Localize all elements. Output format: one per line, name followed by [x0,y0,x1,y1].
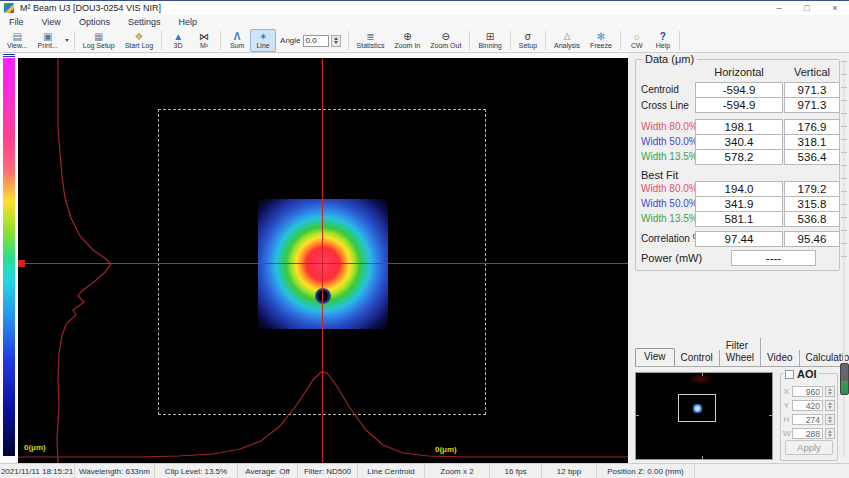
crosshair-handle[interactable] [18,260,25,267]
width-80-h-value: 198.1 [695,119,783,135]
status-bpp: 12 bpp [542,464,597,478]
spin-up-icon[interactable] [334,37,338,40]
question-mark-icon: ? [660,31,666,42]
status-bar: 2021/11/11 18:15:21 Wavelength: 633nm Cl… [0,463,849,478]
zoom-out-button[interactable]: ⊖ Zoom Out [425,30,466,51]
status-line-centroid: Line Centroid [358,464,425,478]
angle-input[interactable]: 0.0 [303,35,329,47]
aoi-h-label: H [783,415,790,424]
spin-down-icon[interactable] [334,41,338,44]
toolbar-separator [469,31,470,50]
tab-video[interactable]: Video [761,350,799,366]
centroid-h-value: -594.9 [695,82,783,98]
correlation-h-value: 97.44 [695,231,783,247]
data-group-box: Data (μm) Horizontal Vertical Centroid -… [635,59,840,271]
horizontal-axis-origin-label: 0(μm) [435,445,457,454]
log-setup-button[interactable]: ▦ Log Setup [78,30,120,51]
zoom-in-button[interactable]: ⊕ Zoom In [390,30,426,51]
3d-button[interactable]: ▲ 3D [165,30,191,51]
centroid-label: Centroid [641,82,679,97]
tab-strip: View Control Filter Wheel Video Calculat… [635,349,845,366]
help-button[interactable]: ? Help [650,30,676,51]
horizontal-profile-curve [18,372,628,457]
status-position-z: Position Z: 0.00 (mm) [597,464,695,478]
angle-spinner[interactable] [331,35,341,47]
status-filler [695,464,849,478]
print-dropdown-icon[interactable] [65,39,69,42]
aoi-checkbox[interactable] [785,370,794,379]
aoi-y-input[interactable]: 420 [792,400,823,411]
aoi-apply-button[interactable]: Apply [785,440,833,455]
status-filter: Filter: ND500 [298,464,358,478]
freeze-button[interactable]: ✻ Freeze [585,30,617,51]
aoi-y-spinner[interactable] [825,400,835,411]
document-icon: ▤ [13,31,22,42]
profile-curves [18,58,628,463]
column-header-horizontal: Horizontal [695,66,783,79]
menu-options[interactable]: Options [70,15,119,29]
status-wavelength: Wavelength: 633nm [75,464,155,478]
best-fit-width-50-h-value: 341.9 [695,196,783,212]
analysis-button[interactable]: ∆ Analysis [549,30,585,51]
angle-label: Angle [280,36,300,45]
aoi-w-input[interactable]: 288 [792,428,823,439]
crosshair-vertical-line[interactable] [322,58,323,463]
best-fit-width-13-label: Width 13.5% [641,211,698,226]
width-50-h-value: 340.4 [695,134,783,150]
best-fit-width-50-label: Width 50.0% [641,196,698,211]
print-button[interactable]: ▣ Print... [33,30,63,51]
status-clip-level: Clip Level: 13.5% [155,464,238,478]
m2-button[interactable]: ⋈ M² [191,30,217,51]
centroid-v-value: 971.3 [784,82,840,98]
window-title: M² Beam U3 [DOU3-0254 VIS NIR] [20,3,161,13]
statistics-button[interactable]: ≣ Statistics [352,30,390,51]
menu-help[interactable]: Help [169,15,206,29]
binning-button[interactable]: ⊞ Binning [473,30,506,51]
minimize-button[interactable]: – [765,1,793,15]
preview-tick [636,415,639,416]
colorbar-top-marks [3,53,15,57]
tab-filter-wheel[interactable]: Filter Wheel [720,338,761,366]
aoi-w-spinner[interactable] [825,428,835,439]
width-80-v-value: 176.9 [784,119,840,135]
toolbar: ▤ View... ▣ Print... ▦ Log Setup ❖ Start… [0,29,849,53]
tab-control[interactable]: Control [675,350,720,366]
sigma-icon: σ [525,31,531,42]
menu-view[interactable]: View [33,15,70,29]
view-button[interactable]: ▤ View... [2,30,33,51]
menu-file[interactable]: File [0,15,33,29]
status-fps: 16 fps [490,464,542,478]
aoi-x-input[interactable]: 960 [792,386,823,397]
shield-icon: ❖ [134,31,143,42]
aoi-x-label: X [783,387,790,396]
menu-settings[interactable]: Settings [119,15,170,29]
maximize-button[interactable]: □ [793,1,821,15]
aoi-x-spinner[interactable] [825,386,835,397]
toolbar-separator [510,31,511,50]
close-button[interactable]: × [821,1,849,15]
preview-tick [702,456,703,459]
toolbar-separator [74,31,75,50]
line-button[interactable]: ✶ Line [250,29,276,52]
best-fit-label: Best Fit [641,167,678,182]
start-log-button[interactable]: ❖ Start Log [120,30,158,51]
beam-image-view[interactable]: 0(μm) 0(μm) [18,58,628,463]
tab-view[interactable]: View [635,348,675,367]
sum-button[interactable]: Λ Sum [224,30,250,51]
correlation-v-value: 95.46 [784,231,840,247]
app-icon [4,3,14,13]
width-13-label: Width 13.5% [641,149,698,164]
m-squared-icon: ⋈ [199,31,209,42]
aoi-h-spinner[interactable] [825,414,835,425]
tab-strip-divider [635,366,840,367]
crosshair-horizontal-line[interactable] [18,263,628,264]
display-scale-slider-thumb[interactable] [840,363,849,395]
status-datetime: 2021/11/11 18:15:21 [0,464,75,478]
printer-icon: ▣ [43,31,52,42]
setup-button[interactable]: σ Setup [514,30,542,51]
preview-tick [702,373,703,376]
status-average: Average: Off [238,464,298,478]
right-panel: Data (μm) Horizontal Vertical Centroid -… [628,53,849,463]
aoi-h-input[interactable]: 274 [792,414,823,425]
cw-button[interactable]: ☼ CW [624,30,650,51]
